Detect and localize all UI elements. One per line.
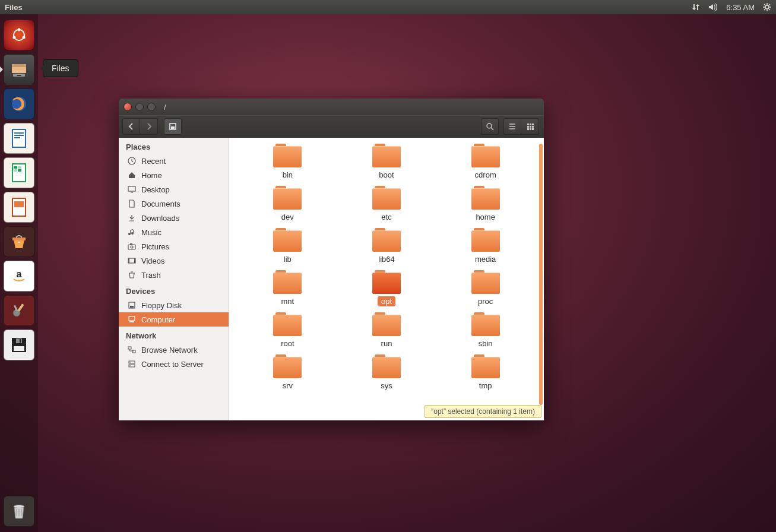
launcher-dash[interactable] [4,20,34,50]
sidebar: PlacesRecentHomeDesktopDocumentsDownload… [119,138,229,420]
desktop-icon [127,185,137,194]
launcher-trash[interactable] [4,496,34,527]
folder-icon [471,354,500,378]
clock-icon [127,156,137,166]
sidebar-item-label: Desktop [141,185,170,194]
folder-mnt[interactable]: mnt [252,270,323,306]
svg-rect-15 [14,166,17,169]
svg-rect-50 [134,258,135,263]
search-button[interactable] [481,118,499,135]
folder-icon [273,270,302,294]
content-area[interactable]: binbootcdromdevetchomeliblib64mediamntop… [229,138,544,420]
window-minimize-button[interactable] [135,103,144,111]
launcher-tooltip: Files [43,59,78,77]
sidebar-item-trash[interactable]: Trash [119,268,229,282]
folder-sys[interactable]: sys [351,354,422,391]
sidebar-item-music[interactable]: Music [119,225,229,239]
folder-label: lib [280,254,295,264]
sidebar-item-desktop[interactable]: Desktop [119,182,229,197]
clock[interactable]: 6:35 AM [726,3,755,12]
launcher-impress[interactable] [4,192,34,223]
sidebar-item-label: Trash [141,271,161,280]
folder-etc[interactable]: etc [351,186,422,222]
folder-home[interactable]: home [450,186,521,222]
sidebar-item-connect-to-server[interactable]: Connect to Server [119,357,229,371]
window-maximize-button[interactable] [147,103,156,111]
folder-dev[interactable]: dev [252,186,323,222]
video-icon [127,256,137,265]
window-titlebar[interactable]: / [119,99,544,115]
launcher-settings[interactable] [4,295,34,326]
view-list-button[interactable] [503,118,521,135]
sidebar-item-pictures[interactable]: Pictures [119,239,229,254]
folder-icon [273,228,302,252]
scrollbar[interactable] [539,144,543,405]
sidebar-item-home[interactable]: Home [119,168,229,182]
folder-label: cdrom [471,170,500,180]
system-indicator-icon[interactable] [763,3,771,11]
sidebar-heading: Places [119,138,229,154]
folder-sbin[interactable]: sbin [450,312,521,349]
launcher-floppy[interactable] [4,330,34,360]
svg-rect-45 [128,245,135,249]
sidebar-item-videos[interactable]: Videos [119,254,229,268]
sidebar-item-floppy-disk[interactable]: Floppy Disk [119,298,229,312]
folder-srv[interactable]: srv [252,354,323,391]
sidebar-item-label: Pictures [141,242,169,251]
sidebar-item-computer[interactable]: Computer [119,312,229,327]
sidebar-item-documents[interactable]: Documents [119,197,229,211]
view-grid-button[interactable] [521,118,539,135]
svg-rect-40 [527,128,529,130]
sidebar-item-downloads[interactable]: Downloads [119,211,229,225]
launcher-files[interactable] [4,54,34,85]
svg-rect-55 [128,347,131,349]
folder-lib64[interactable]: lib64 [351,228,422,264]
app-menu-title[interactable]: Files [5,3,23,12]
folder-icon [273,312,302,336]
path-root-button[interactable] [164,118,182,135]
folder-bin[interactable]: bin [252,144,323,180]
folder-label: tmp [476,381,496,391]
svg-rect-39 [532,126,534,128]
folder-icon [471,144,500,167]
folder-icon [372,270,401,294]
sidebar-item-label: Videos [141,256,165,265]
sidebar-item-label: Connect to Server [141,360,204,369]
folder-boot[interactable]: boot [351,144,422,180]
svg-rect-27 [14,346,24,351]
folder-opt[interactable]: opt [351,270,422,306]
volume-indicator-icon[interactable] [708,3,718,11]
launcher-writer[interactable] [4,123,34,154]
folder-cdrom[interactable]: cdrom [450,144,521,180]
sidebar-item-label: Documents [141,200,180,208]
folder-icon [372,354,401,378]
sidebar-item-recent[interactable]: Recent [119,154,229,168]
back-button[interactable] [122,118,140,135]
folder-run[interactable]: run [351,312,422,349]
sidebar-item-browse-network[interactable]: Browse Network [119,343,229,357]
launcher-calc[interactable] [4,157,34,188]
window-close-button[interactable] [123,103,132,111]
folder-label: etc [378,212,395,222]
folder-label: srv [279,381,296,391]
folder-root[interactable]: root [252,312,323,349]
svg-rect-34 [527,124,529,125]
folder-icon [372,228,401,252]
svg-rect-12 [14,135,24,136]
sidebar-heading: Network [119,327,229,343]
svg-point-4 [23,36,26,39]
folder-proc[interactable]: proc [450,270,521,306]
sidebar-item-label: Downloads [141,214,179,223]
launcher-firefox[interactable] [4,88,34,119]
folder-icon [372,186,401,210]
folder-media[interactable]: media [450,228,521,264]
folder-lib[interactable]: lib [252,228,323,264]
launcher-amazon[interactable]: a [4,261,34,292]
network-indicator-icon[interactable] [692,3,700,11]
status-bar: “opt” selected (containing 1 item) [425,405,541,418]
launcher-software[interactable] [4,226,34,257]
folder-icon [471,270,500,294]
forward-button[interactable] [140,118,158,135]
folder-tmp[interactable]: tmp [450,354,521,391]
svg-point-0 [765,5,769,9]
